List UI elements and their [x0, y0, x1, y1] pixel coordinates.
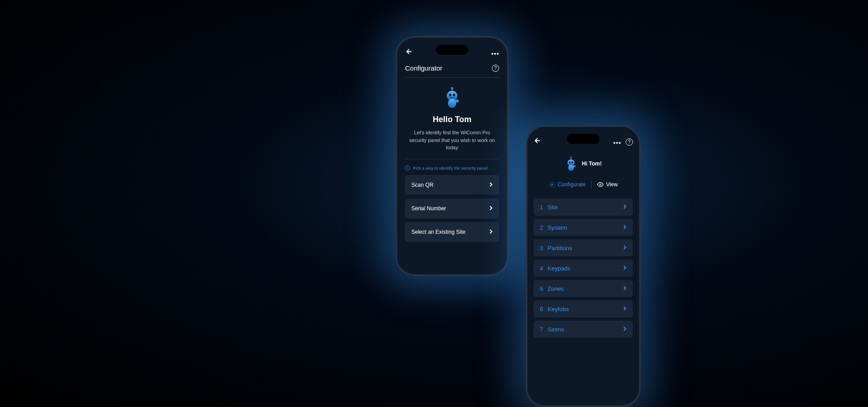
greeting-text: Hi Tom!	[582, 161, 602, 167]
page-title: Configurator	[405, 64, 443, 72]
menu-label: Keyfobs	[547, 306, 569, 312]
option-label: Select an Existing Site	[411, 229, 465, 235]
menu-label: Site	[547, 204, 557, 211]
phone-notch	[567, 134, 599, 144]
chevron-right-icon	[623, 204, 627, 211]
menu-item-partitions[interactable]: 3 Partitions	[533, 239, 633, 256]
chevron-right-icon	[489, 181, 493, 189]
menu-item-site[interactable]: 1 Site	[533, 199, 633, 216]
help-icon[interactable]: ?	[492, 65, 499, 72]
menu-label: System	[547, 224, 567, 231]
option-label: Scan QR	[411, 182, 434, 188]
chevron-right-icon	[623, 265, 627, 272]
more-menu-icon[interactable]	[491, 48, 499, 57]
robot-mascot-icon	[405, 86, 499, 109]
menu-number: 5	[540, 285, 543, 292]
greeting-title: Hello Tom	[405, 115, 499, 124]
svg-point-21	[599, 184, 601, 185]
option-label: Serial Number	[411, 205, 446, 212]
greeting-row: Hi Tom!	[533, 156, 633, 171]
info-hint: i Pick a way to identify the security pa…	[405, 166, 499, 170]
phone-notch	[436, 45, 468, 55]
svg-point-9	[455, 99, 459, 103]
chevron-right-icon	[623, 244, 627, 251]
svg-point-10	[613, 142, 615, 144]
mode-view-button[interactable]: View	[592, 180, 623, 189]
menu-number: 1	[540, 204, 543, 211]
menu-item-keypads[interactable]: 4 Keypads	[533, 260, 633, 277]
menu-number: 7	[540, 326, 543, 333]
more-menu-icon[interactable]	[613, 137, 621, 147]
svg-point-8	[448, 99, 456, 108]
svg-point-19	[573, 165, 576, 167]
option-scan-qr[interactable]: Scan QR	[405, 175, 499, 195]
robot-mascot-icon	[565, 156, 577, 171]
hint-text: Pick a way to identify the security pane…	[413, 166, 488, 170]
menu-label: Partitions	[547, 245, 572, 251]
eye-icon	[597, 181, 604, 188]
menu-number: 4	[540, 265, 543, 272]
mode-label: View	[606, 181, 618, 188]
option-serial-number[interactable]: Serial Number	[405, 199, 499, 218]
chevron-right-icon	[623, 224, 627, 231]
menu-item-system[interactable]: 2 System	[533, 219, 633, 236]
menu-label: Keypads	[547, 265, 571, 272]
svg-point-7	[453, 94, 455, 96]
svg-point-18	[568, 165, 574, 170]
svg-point-0	[491, 53, 493, 55]
mode-label: Configurate	[558, 181, 586, 188]
menu-label: Zones	[547, 285, 564, 292]
svg-point-11	[616, 142, 618, 144]
menu-item-sirens[interactable]: 7 Sirens	[533, 321, 633, 338]
menu-list: 1 Site 2 System 3 Partitions	[533, 199, 633, 338]
menu-number: 3	[540, 245, 543, 251]
back-arrow-icon[interactable]	[405, 47, 413, 58]
menu-label: Sirens	[547, 326, 564, 333]
svg-point-6	[449, 94, 451, 96]
greeting-subtitle: Let's identify first the WiComm Pro secu…	[405, 129, 499, 159]
svg-point-16	[569, 161, 571, 163]
menu-number: 2	[540, 224, 543, 231]
menu-item-keyfobs[interactable]: 6 Keyfobs	[533, 300, 633, 317]
mode-configurate-button[interactable]: Configurate	[543, 180, 591, 189]
gear-icon	[549, 181, 555, 188]
svg-point-2	[497, 53, 499, 55]
info-icon: i	[405, 166, 410, 170]
phone-configurator: Configurator ? Hello To	[396, 36, 509, 276]
help-icon[interactable]: ?	[626, 138, 633, 146]
back-arrow-icon[interactable]	[533, 137, 542, 147]
phone-menu: ? Hi Tom!	[526, 125, 641, 407]
chevron-right-icon	[623, 285, 627, 292]
menu-number: 6	[540, 306, 543, 312]
option-existing-site[interactable]: Select an Existing Site	[405, 222, 499, 242]
chevron-right-icon	[623, 326, 627, 333]
menu-item-zones[interactable]: 5 Zones	[533, 280, 633, 297]
chevron-right-icon	[489, 205, 493, 212]
svg-point-17	[571, 161, 573, 163]
svg-point-1	[494, 53, 496, 55]
svg-point-20	[551, 184, 553, 185]
svg-point-12	[619, 142, 621, 144]
chevron-right-icon	[489, 228, 493, 236]
chevron-right-icon	[623, 305, 627, 312]
